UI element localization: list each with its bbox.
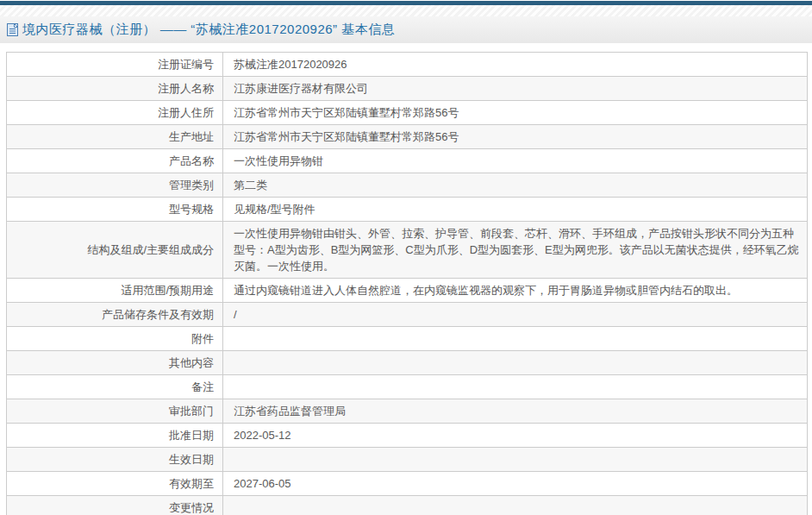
row-label-text: 批准日期 xyxy=(169,429,214,442)
row-value: / xyxy=(223,303,808,327)
row-label: 适用范围/预期用途 xyxy=(7,279,223,303)
table-row: 审批部门江苏省药品监督管理局 xyxy=(7,399,808,424)
page-header: 境内医疗器械（注册） —— “苏械注准20172020926” 基本信息 xyxy=(0,16,812,43)
row-label-text: 注册证编号 xyxy=(158,58,214,71)
row-label-text: 注册人住所 xyxy=(158,106,214,119)
page-title: 境内医疗器械（注册） —— “苏械注准20172020926” 基本信息 xyxy=(22,22,395,38)
row-label: 产品名称 xyxy=(7,149,223,173)
table-row: 产品名称一次性使用异物钳 xyxy=(7,149,808,173)
row-label-text: 变更情况 xyxy=(169,501,214,514)
row-label-text: 附件 xyxy=(191,332,214,345)
table-row: 有效期至2027-06-05 xyxy=(7,472,808,496)
table-row: 附件 xyxy=(7,327,808,351)
table-row: 生产地址江苏省常州市天宁区郑陆镇董墅村常郑路56号 xyxy=(7,125,808,149)
row-value: 第二类 xyxy=(223,173,808,198)
row-label: 审批部门 xyxy=(7,399,223,424)
row-value xyxy=(223,448,808,472)
row-label-text: 审批部门 xyxy=(169,405,214,418)
row-value: 见规格/型号附件 xyxy=(223,198,808,222)
row-value: 通过内窥镜钳道进入人体自然腔道，在内窥镜监视器的观察下，用于胃肠道异物或胆管内结… xyxy=(223,279,808,303)
table-row: 产品储存条件及有效期/ xyxy=(7,303,808,327)
row-label-text: 型号规格 xyxy=(169,203,214,216)
row-label: 备注 xyxy=(7,375,223,399)
table-row: 注册人名称江苏康进医疗器材有限公司 xyxy=(7,77,808,101)
row-label-text: 结构及组成/主要组成成分 xyxy=(87,243,214,256)
row-value: 一次性使用异物钳 xyxy=(223,149,808,173)
row-label: 批准日期 xyxy=(7,424,223,448)
row-label: 注册证编号 xyxy=(7,53,223,77)
row-label: 管理类别 xyxy=(7,173,223,198)
header-stripe-band xyxy=(0,5,812,16)
row-label-text: 有效期至 xyxy=(169,477,214,490)
row-label: 变更情况 xyxy=(7,496,223,515)
row-label: 注册人住所 xyxy=(7,101,223,125)
row-label: 型号规格 xyxy=(7,198,223,222)
row-label-text: 注册人名称 xyxy=(158,82,214,95)
row-label: 附件 xyxy=(7,327,223,351)
row-label: 有效期至 xyxy=(7,472,223,496)
row-label: 其他内容 xyxy=(7,351,223,375)
row-value: 江苏省常州市天宁区郑陆镇董墅村常郑路56号 xyxy=(223,101,808,125)
row-value: 一次性使用异物钳由钳头、外管、拉索、护导管、前段套、芯杆、滑环、手环组成，产品按… xyxy=(223,222,808,279)
row-value: 2027-06-05 xyxy=(223,472,808,496)
row-label: 产品储存条件及有效期 xyxy=(7,303,223,327)
row-label: 注册人名称 xyxy=(7,77,223,101)
row-value: 2022-05-12 xyxy=(223,424,808,448)
row-value: 江苏省常州市天宁区郑陆镇董墅村常郑路56号 xyxy=(223,125,808,149)
row-value xyxy=(223,375,808,399)
registration-table-body: 注册证编号苏械注准20172020926注册人名称江苏康进医疗器材有限公司注册人… xyxy=(7,53,808,515)
row-label-text: 产品名称 xyxy=(169,154,214,167)
table-row: 管理类别第二类 xyxy=(7,173,808,198)
row-label-text: 备注 xyxy=(191,380,214,393)
table-row: 型号规格见规格/型号附件 xyxy=(7,198,808,222)
row-value xyxy=(223,496,808,515)
registration-info-table: 注册证编号苏械注准20172020926注册人名称江苏康进医疗器材有限公司注册人… xyxy=(6,52,808,515)
row-value: 苏械注准20172020926 xyxy=(223,53,808,77)
table-row: 批准日期2022-05-12 xyxy=(7,424,808,448)
row-value xyxy=(223,351,808,375)
row-value: 江苏康进医疗器材有限公司 xyxy=(223,77,808,101)
row-label-text: 产品储存条件及有效期 xyxy=(102,308,214,321)
table-row: 生效日期 xyxy=(7,448,808,472)
table-row: 变更情况 xyxy=(7,496,808,515)
row-label-text: 其他内容 xyxy=(169,356,214,369)
row-label-text: 生产地址 xyxy=(169,130,214,143)
row-label-text: 管理类别 xyxy=(169,179,214,192)
row-label-text: 适用范围/预期用途 xyxy=(121,284,214,297)
table-row: 其他内容 xyxy=(7,351,808,375)
table-row: 注册人住所江苏省常州市天宁区郑陆镇董墅村常郑路56号 xyxy=(7,101,808,125)
row-label: 结构及组成/主要组成成分 xyxy=(7,222,223,279)
row-value xyxy=(223,327,808,351)
table-row: 结构及组成/主要组成成分一次性使用异物钳由钳头、外管、拉索、护导管、前段套、芯杆… xyxy=(7,222,808,279)
row-value: 江苏省药品监督管理局 xyxy=(223,399,808,424)
row-label-text: 生效日期 xyxy=(169,453,214,466)
table-row: 适用范围/预期用途通过内窥镜钳道进入人体自然腔道，在内窥镜监视器的观察下，用于胃… xyxy=(7,279,808,303)
row-label: 生产地址 xyxy=(7,125,223,149)
table-row: 注册证编号苏械注准20172020926 xyxy=(7,53,808,77)
table-row: 备注 xyxy=(7,375,808,399)
document-icon xyxy=(7,23,18,36)
row-label: 生效日期 xyxy=(7,448,223,472)
